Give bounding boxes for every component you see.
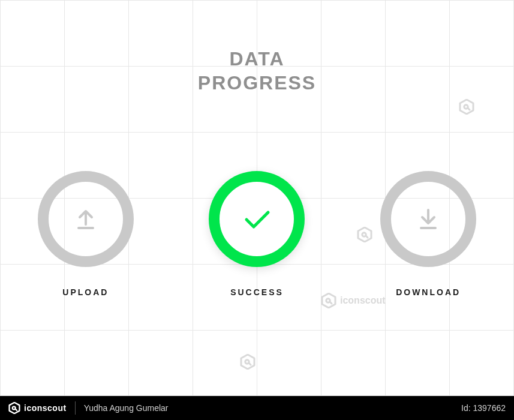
page-title: DATA PROGRESS [0, 47, 514, 95]
watermark [240, 354, 256, 370]
watermark [357, 227, 372, 242]
svg-marker-11 [241, 355, 254, 369]
svg-marker-2 [460, 100, 473, 114]
svg-marker-14 [10, 403, 20, 413]
download-label: DOWNLOAD [396, 287, 461, 297]
footer-id-value: 1397662 [473, 403, 506, 413]
success-item: SUCCESS [172, 171, 342, 297]
watermark-badge-icon [459, 99, 474, 115]
title-line-2: PROGRESS [0, 71, 514, 95]
download-ring [380, 171, 476, 267]
success-ring [209, 171, 305, 267]
svg-line-16 [16, 409, 17, 410]
brand-logo-icon [8, 402, 20, 414]
svg-line-4 [468, 108, 470, 110]
grid-line [0, 330, 514, 331]
watermark-badge-icon [321, 293, 336, 308]
success-label: SUCCESS [230, 287, 284, 297]
footer-id: Id: 1397662 [453, 403, 514, 413]
footer-brand: iconscout [0, 402, 75, 414]
status-items-row: UPLOAD SUCCESS DOWN [0, 171, 514, 297]
canvas: DATA PROGRESS UPLOAD [0, 0, 514, 396]
watermark: iconscout [321, 293, 386, 308]
svg-line-10 [330, 302, 332, 304]
watermark [459, 99, 474, 115]
upload-label: UPLOAD [62, 287, 109, 297]
download-icon [412, 203, 444, 235]
watermark-text: iconscout [340, 295, 386, 306]
grid-line [0, 0, 514, 1]
svg-marker-5 [358, 227, 371, 242]
upload-ring [38, 171, 134, 267]
brand-text: iconscout [24, 403, 67, 413]
footer-author: Yudha Agung Gumelar [76, 403, 177, 413]
title-line-1: DATA [0, 47, 514, 71]
footer-id-label: Id [461, 403, 468, 413]
grid-line [0, 132, 514, 133]
check-icon [236, 198, 278, 240]
svg-marker-8 [322, 293, 335, 308]
watermark-badge-icon [357, 227, 372, 242]
svg-line-13 [249, 363, 251, 365]
watermark-badge-icon [240, 354, 256, 370]
footer-bar: iconscout Yudha Agung Gumelar Id: 139766… [0, 396, 514, 420]
upload-icon [70, 203, 102, 235]
upload-item: UPLOAD [0, 171, 171, 297]
svg-line-7 [366, 236, 368, 238]
